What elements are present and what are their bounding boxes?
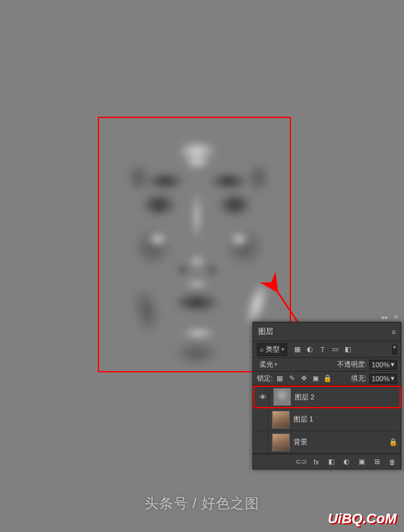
panel-menu-icon[interactable]: ≡ (392, 328, 396, 336)
layer-row[interactable]: 图层 1 (253, 408, 401, 431)
filter-adjustment-icon[interactable]: ◐ (305, 345, 315, 355)
watermark-text: 头条号 / 好色之图 (145, 494, 259, 513)
watermark-logo: UiBQ.CoM (328, 511, 396, 527)
filter-kind-dropdown[interactable]: ⌕ 类型 ▾ (257, 343, 287, 356)
layers-list: 👁 图层 2 图层 1 背景 🔒 (253, 386, 401, 454)
lock-artboard-icon[interactable]: ▣ (311, 374, 320, 383)
layer-row[interactable]: 👁 图层 2 (253, 386, 401, 408)
layer-name[interactable]: 图层 2 (295, 393, 387, 402)
panel-footer: ⊂⊃ fx ◧ ◐ ▣ ⊞ 🗑 (253, 454, 401, 469)
lock-icons: ▦ ✎ ✥ ▣ 🔒 (275, 374, 332, 383)
layer-row[interactable]: 背景 🔒 (253, 431, 401, 454)
fill-value: 100% (372, 375, 389, 382)
layer-filter-row: ⌕ 类型 ▾ ▦ ◐ T ▭ ◧ (253, 341, 401, 358)
link-layers-icon[interactable]: ⊂⊃ (296, 457, 306, 467)
lock-transparent-icon[interactable]: ▦ (275, 374, 284, 383)
layer-thumbnail[interactable] (272, 434, 290, 451)
chevron-down-icon: ▾ (275, 362, 277, 367)
opacity-label: 不透明度: (337, 360, 367, 369)
visibility-toggle[interactable] (256, 432, 268, 452)
layer-name[interactable]: 图层 1 (294, 415, 388, 424)
panel-header: 图层 ≡ (253, 322, 401, 341)
blend-opacity-row: 柔光 ▾ 不透明度: 100% ▾ (253, 358, 401, 372)
eye-icon: 👁 (259, 393, 266, 401)
lock-paint-icon[interactable]: ✎ (287, 374, 296, 383)
chevron-down-icon: ▾ (282, 346, 284, 352)
opacity-value-box[interactable]: 100% ▾ (369, 360, 397, 370)
blend-mode-label: 柔光 (259, 360, 273, 369)
panel-title: 图层 (258, 326, 273, 337)
blend-mode-dropdown[interactable]: 柔光 ▾ (257, 359, 280, 370)
new-layer-icon[interactable]: ⊞ (372, 457, 382, 467)
layer-fx-icon[interactable]: fx (311, 457, 321, 467)
filter-toggle[interactable] (392, 345, 397, 355)
add-mask-icon[interactable]: ◧ (326, 457, 336, 467)
collapse-icon[interactable]: ▸▸ (382, 314, 388, 321)
filter-pixel-icon[interactable]: ▦ (292, 345, 302, 355)
opacity-value: 100% (372, 361, 389, 369)
chevron-down-icon: ▾ (391, 360, 395, 369)
filter-smartobj-icon[interactable]: ◧ (343, 345, 353, 355)
filter-icons: ▦ ◐ T ▭ ◧ (292, 345, 353, 355)
new-group-icon[interactable]: ▣ (357, 457, 367, 467)
layer-name[interactable]: 背景 (294, 437, 388, 447)
lock-label: 锁定: (257, 374, 273, 383)
search-icon: ⌕ (260, 346, 264, 353)
fill-value-box[interactable]: 100% ▾ (369, 374, 397, 384)
chevron-down-icon: ▾ (391, 374, 395, 382)
lock-all-icon[interactable]: 🔒 (323, 374, 332, 383)
lock-position-icon[interactable]: ✥ (299, 374, 308, 383)
lock-icon: 🔒 (388, 438, 398, 446)
new-adjustment-icon[interactable]: ◐ (342, 457, 352, 467)
fill-label: 填充: (351, 374, 367, 383)
layers-panel: ▸▸ ✕ 图层 ≡ ⌕ 类型 ▾ ▦ ◐ T ▭ ◧ 柔光 ▾ 不透明度: 10… (252, 322, 401, 470)
layer-thumbnail[interactable] (273, 388, 291, 406)
layer-thumbnail[interactable] (272, 411, 290, 429)
lock-fill-row: 锁定: ▦ ✎ ✥ ▣ 🔒 填充: 100% ▾ (253, 372, 401, 386)
close-icon[interactable]: ✕ (393, 314, 398, 321)
delete-layer-icon[interactable]: 🗑 (387, 457, 397, 467)
visibility-toggle[interactable]: 👁 (257, 388, 270, 406)
visibility-toggle[interactable] (256, 410, 268, 429)
filter-kind-label: 类型 (266, 345, 280, 354)
filter-shape-icon[interactable]: ▭ (330, 345, 340, 355)
panel-window-controls: ▸▸ ✕ (382, 314, 398, 321)
filter-type-icon[interactable]: T (318, 345, 328, 355)
